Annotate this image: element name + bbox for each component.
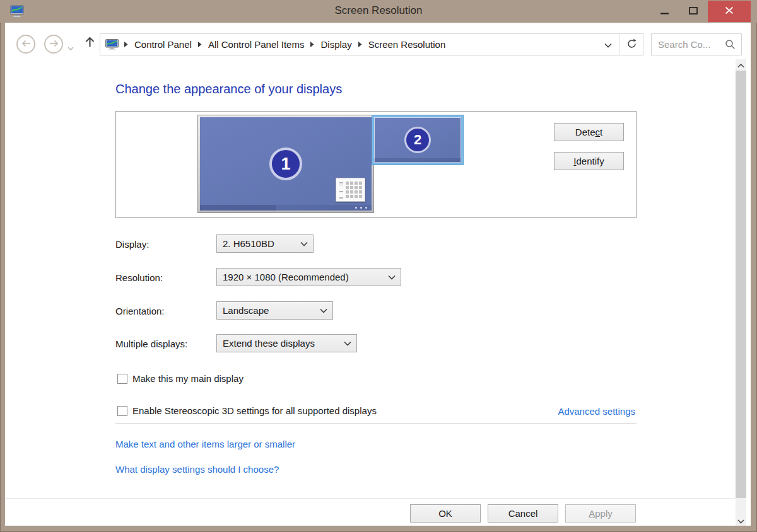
chevron-down-icon bbox=[737, 515, 744, 526]
label-accesskey: c bbox=[596, 127, 601, 137]
back-icon bbox=[21, 38, 31, 50]
search-box bbox=[651, 33, 742, 55]
main-display-checkbox-label[interactable]: Make this my main display bbox=[132, 373, 244, 384]
multiple-displays-select[interactable]: Extend these displays bbox=[216, 334, 357, 352]
breadcrumb-item-control-panel[interactable]: Control Panel bbox=[128, 39, 198, 50]
orientation-select-value: Landscape bbox=[217, 305, 315, 316]
resolution-label: Resolution: bbox=[115, 272, 163, 283]
back-button[interactable] bbox=[16, 35, 35, 54]
screen-resolution-window: Screen Resolution bbox=[0, 0, 757, 532]
monitor-1[interactable]: 1 bbox=[197, 115, 374, 213]
display-help-link[interactable]: What display settings should I choose? bbox=[115, 464, 279, 475]
breadcrumb-item-screen-resolution[interactable]: Screen Resolution bbox=[362, 39, 452, 50]
chevron-down-icon bbox=[67, 42, 74, 52]
ok-button[interactable]: OK bbox=[410, 504, 481, 523]
maximize-button[interactable] bbox=[679, 1, 708, 22]
label-pre: Dete bbox=[575, 127, 596, 137]
window-title: Screen Resolution bbox=[0, 4, 757, 17]
orientation-label: Orientation: bbox=[115, 306, 165, 316]
main-display-row: Make this my main display bbox=[117, 373, 244, 384]
refresh-button[interactable] bbox=[620, 34, 643, 55]
maximize-icon bbox=[689, 6, 698, 17]
stereo-3d-row: Enable Stereoscopic 3D settings for all … bbox=[117, 405, 377, 416]
scroll-up-button[interactable] bbox=[736, 59, 746, 70]
monitor-1-taskbar bbox=[200, 205, 372, 211]
monitor-1-taskbar-dots bbox=[355, 207, 367, 209]
breadcrumb-item-display[interactable]: Display bbox=[314, 39, 358, 50]
titlebar: Screen Resolution bbox=[0, 0, 757, 23]
chevron-down-icon bbox=[339, 341, 356, 346]
close-button[interactable] bbox=[708, 1, 751, 22]
search-icon[interactable] bbox=[722, 39, 741, 50]
address-bar[interactable]: Control Panel All Control Panel Items Di… bbox=[100, 33, 643, 55]
detect-button[interactable]: Detect bbox=[554, 123, 624, 141]
page-title: Change the appearance of your displays bbox=[115, 82, 342, 96]
advanced-settings-link[interactable]: Advanced settings bbox=[558, 406, 635, 417]
orientation-select[interactable]: Landscape bbox=[216, 301, 333, 320]
section-divider bbox=[115, 424, 637, 424]
display-arrangement-panel: 1 2 Detect Identi bbox=[115, 111, 637, 218]
monitor-2-taskbar bbox=[374, 158, 461, 163]
resolution-select[interactable]: 1920 × 1080 (Recommended) bbox=[216, 268, 401, 286]
breadcrumb-item-all-control-panel-items[interactable]: All Control Panel Items bbox=[202, 39, 311, 50]
monitor-2-badge: 2 bbox=[404, 127, 431, 153]
display-select-value: 2. H6510BD bbox=[217, 238, 295, 249]
display-icon bbox=[105, 39, 119, 50]
stereo-3d-checkbox-label[interactable]: Enable Stereoscopic 3D settings for all … bbox=[132, 405, 377, 416]
monitor-2[interactable]: 2 bbox=[372, 115, 463, 165]
chevron-down-icon bbox=[383, 275, 401, 280]
refresh-icon bbox=[626, 38, 637, 51]
forward-icon bbox=[49, 38, 59, 50]
recent-pages-button[interactable] bbox=[67, 42, 74, 53]
label-post: dentify bbox=[576, 156, 604, 166]
footer-divider bbox=[5, 498, 736, 499]
label-post: t bbox=[600, 127, 602, 137]
tile-text-lines bbox=[339, 182, 343, 199]
text-size-link[interactable]: Make text and other items larger or smal… bbox=[115, 439, 295, 449]
scrollbar[interactable] bbox=[736, 59, 746, 526]
apply-button[interactable]: Apply bbox=[565, 504, 636, 523]
up-button[interactable] bbox=[85, 37, 95, 50]
close-icon bbox=[725, 6, 734, 17]
multiple-displays-select-value: Extend these displays bbox=[217, 338, 339, 349]
main-display-checkbox[interactable] bbox=[117, 374, 127, 384]
monitor-1-badge: 1 bbox=[269, 147, 302, 180]
label-accesskey: A bbox=[589, 508, 595, 519]
minimize-button[interactable] bbox=[650, 1, 679, 22]
start-screen-tile-icon bbox=[336, 178, 365, 202]
minimize-icon bbox=[660, 6, 669, 17]
display-select[interactable]: 2. H6510BD bbox=[216, 234, 314, 253]
cancel-button[interactable]: Cancel bbox=[488, 504, 558, 523]
label-post: pply bbox=[595, 508, 613, 519]
stereo-3d-checkbox[interactable] bbox=[117, 406, 127, 416]
identify-button[interactable]: Identify bbox=[554, 152, 624, 170]
chevron-up-icon bbox=[737, 59, 744, 71]
search-input[interactable] bbox=[652, 39, 722, 50]
scrollbar-thumb[interactable] bbox=[736, 71, 746, 498]
chevron-down-icon bbox=[315, 308, 332, 313]
multiple-displays-label: Multiple displays: bbox=[115, 338, 187, 349]
monitor-1-screen: 1 bbox=[200, 117, 372, 211]
chevron-down-icon bbox=[295, 241, 313, 246]
scroll-down-button[interactable] bbox=[736, 515, 746, 526]
chevron-down-icon bbox=[604, 39, 612, 50]
address-dropdown-button[interactable] bbox=[597, 39, 619, 50]
resolution-select-value: 1920 × 1080 (Recommended) bbox=[217, 272, 383, 282]
tile-grid bbox=[346, 182, 362, 199]
up-arrow-icon bbox=[85, 39, 95, 50]
forward-button[interactable] bbox=[44, 35, 63, 54]
display-label: Display: bbox=[115, 239, 149, 250]
